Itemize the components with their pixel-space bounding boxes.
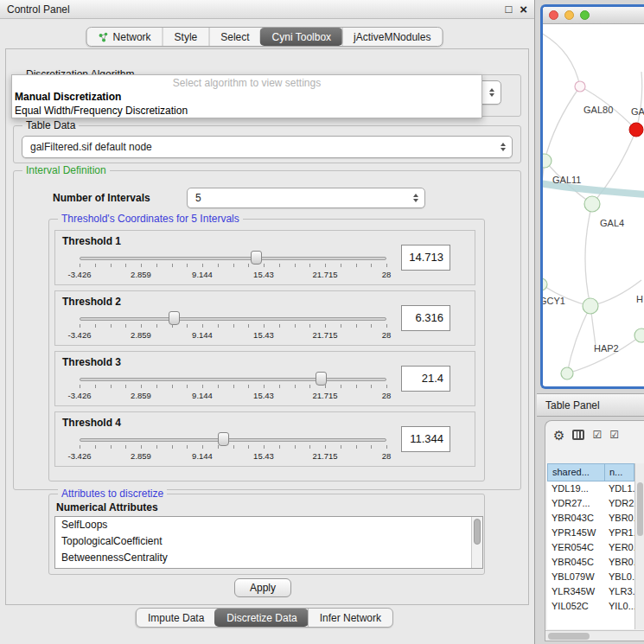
- horizontal-scrollbar[interactable]: [545, 630, 644, 641]
- table-row[interactable]: YBL079WYBL0...: [547, 570, 634, 584]
- cell-shared-name[interactable]: YBR045C: [547, 555, 604, 570]
- minimize-icon[interactable]: [564, 10, 574, 20]
- tab-style[interactable]: Style: [163, 28, 209, 46]
- cell-name[interactable]: YIL0...: [604, 599, 634, 614]
- slider-thumb[interactable]: [218, 432, 229, 446]
- column-header-name[interactable]: n...: [604, 463, 634, 481]
- cell-shared-name[interactable]: YER054C: [547, 540, 604, 555]
- zoom-icon[interactable]: [580, 10, 590, 20]
- scrollbar-thumb[interactable]: [474, 519, 481, 545]
- cell-name[interactable]: YER0...: [604, 540, 634, 555]
- list-scrollbar[interactable]: [471, 517, 482, 568]
- slider-track[interactable]: [80, 438, 386, 442]
- apply-button[interactable]: Apply: [234, 578, 291, 597]
- cell-shared-name[interactable]: YBL079W: [547, 570, 604, 584]
- slider-track[interactable]: [80, 257, 386, 260]
- cell-name[interactable]: YBL0...: [604, 570, 634, 584]
- tab-cyni-toolbox[interactable]: Cyni Toolbox: [260, 28, 342, 46]
- group-title: Interval Definition: [22, 164, 110, 176]
- num-intervals-combobox[interactable]: 5: [187, 188, 425, 208]
- combo-value: galFiltered.sif default node: [30, 141, 152, 153]
- table-row[interactable]: YDR27...YDR2...: [547, 496, 634, 511]
- dropdown-option-manual[interactable]: Manual Discretization: [12, 90, 481, 104]
- cell-shared-name[interactable]: YPR145W: [547, 526, 604, 540]
- tab-label: Impute Data: [148, 612, 204, 624]
- network-canvas[interactable]: GAL80GAGAL11GAL4GCY1HHAP2: [543, 24, 644, 386]
- slider-track[interactable]: [80, 378, 386, 381]
- network-edge: [567, 306, 590, 373]
- num-intervals-label: Number of Intervals: [53, 192, 150, 204]
- tab-label: Network: [113, 31, 151, 43]
- dropdown-option-equal-width[interactable]: Equal Width/Frequency Discretization: [12, 104, 481, 118]
- threshold-label: Threshold 2: [62, 296, 121, 308]
- threshold-value-field[interactable]: 21.4: [401, 366, 450, 392]
- threshold-label: Threshold 1: [62, 235, 121, 247]
- network-node[interactable]: [629, 123, 643, 137]
- scrollbar-thumb[interactable]: [548, 633, 590, 640]
- list-item[interactable]: TopologicalCoefficient: [55, 533, 482, 550]
- tab-discretize-data[interactable]: Discretize Data: [214, 609, 308, 627]
- tab-impute-data[interactable]: Impute Data: [137, 609, 215, 627]
- cell-shared-name[interactable]: YDL19...: [547, 481, 604, 496]
- cell-shared-name[interactable]: YIL052C: [547, 599, 604, 614]
- network-node[interactable]: [575, 81, 585, 92]
- cell-shared-name[interactable]: YLR345W: [547, 584, 604, 599]
- list-item[interactable]: BetweennessCentrality: [55, 550, 482, 566]
- threshold-slider[interactable]: -3.4262.8599.14415.4321.71528: [80, 250, 386, 284]
- threshold-value-field[interactable]: 14.713: [401, 245, 450, 271]
- network-node[interactable]: [543, 154, 552, 168]
- slider-thumb[interactable]: [251, 251, 262, 265]
- float-window-icon[interactable]: □: [505, 3, 512, 16]
- cell-name[interactable]: YBR0...: [604, 511, 634, 526]
- node-label: GA: [631, 106, 644, 117]
- threshold-value-field[interactable]: 11.344: [401, 426, 450, 452]
- slider-thumb[interactable]: [169, 311, 180, 325]
- network-node[interactable]: [543, 278, 547, 290]
- table-row[interactable]: YDL19...YDL1...: [547, 481, 634, 496]
- threshold-slider[interactable]: -3.4262.8599.14415.4321.71528: [80, 431, 386, 466]
- table-row[interactable]: YLR345WYLR3...: [547, 584, 634, 599]
- scrollbar-thumb[interactable]: [637, 482, 643, 536]
- threshold-panel: Threshold 2-3.4262.8599.14415.4321.71528…: [54, 290, 475, 346]
- network-graph[interactable]: GAL80GAGAL11GAL4GCY1HHAP2: [543, 24, 644, 386]
- slider-thumb[interactable]: [316, 372, 327, 386]
- tab-network[interactable]: Network: [87, 28, 163, 46]
- cell-name[interactable]: YDL1...: [604, 481, 634, 496]
- cell-shared-name[interactable]: YBR043C: [547, 511, 604, 526]
- vertical-scrollbar[interactable]: [634, 463, 644, 629]
- cell-name[interactable]: YPR1...: [604, 526, 634, 540]
- numerical-attributes-list[interactable]: SelfLoopsTopologicalCoefficientBetweenne…: [54, 516, 483, 569]
- tab-select[interactable]: Select: [208, 28, 260, 46]
- threshold-slider[interactable]: -3.4262.8599.14415.4321.71528: [80, 310, 386, 345]
- columns-icon[interactable]: [572, 430, 584, 440]
- show-columns-checkbox-icon[interactable]: ☑: [592, 429, 602, 441]
- select-rows-checkbox-icon[interactable]: ☑: [609, 429, 619, 441]
- cell-name[interactable]: YDR2...: [604, 496, 634, 511]
- threshold-value-field[interactable]: 6.316: [401, 305, 450, 331]
- cell-shared-name[interactable]: YDR27...: [547, 496, 604, 511]
- cell-name[interactable]: YBR0...: [604, 555, 634, 570]
- close-icon[interactable]: [549, 10, 558, 20]
- table-row[interactable]: YBR043CYBR0...: [547, 511, 634, 526]
- close-icon[interactable]: ×: [520, 3, 527, 16]
- tab-infer-network[interactable]: Infer Network: [308, 609, 392, 627]
- table-row[interactable]: YPR145WYPR1...: [547, 526, 634, 540]
- gear-icon[interactable]: ⚙: [553, 429, 564, 442]
- network-node[interactable]: [561, 367, 573, 379]
- table-row[interactable]: YBR045CYBR0...: [547, 555, 634, 570]
- cell-name[interactable]: YLR3...: [604, 584, 634, 599]
- threshold-slider[interactable]: -3.4262.8599.14415.4321.71528: [80, 371, 386, 405]
- slider-track[interactable]: [80, 317, 386, 321]
- combo-arrows-icon: [489, 88, 494, 97]
- tab-jactivemnodules[interactable]: jActiveMNodules: [341, 28, 442, 46]
- network-window-titlebar[interactable]: [543, 7, 644, 24]
- network-node[interactable]: [583, 298, 598, 314]
- list-item[interactable]: SelfLoops: [55, 517, 482, 533]
- network-node[interactable]: [634, 328, 644, 342]
- table-data-combobox[interactable]: galFiltered.sif default node: [22, 136, 513, 158]
- combo-arrows-icon: [413, 194, 418, 202]
- column-header-shared-name[interactable]: shared...: [547, 463, 604, 481]
- network-node[interactable]: [584, 196, 600, 212]
- table-row[interactable]: YIL052CYIL0...: [547, 599, 634, 614]
- table-row[interactable]: YER054CYER0...: [547, 540, 634, 555]
